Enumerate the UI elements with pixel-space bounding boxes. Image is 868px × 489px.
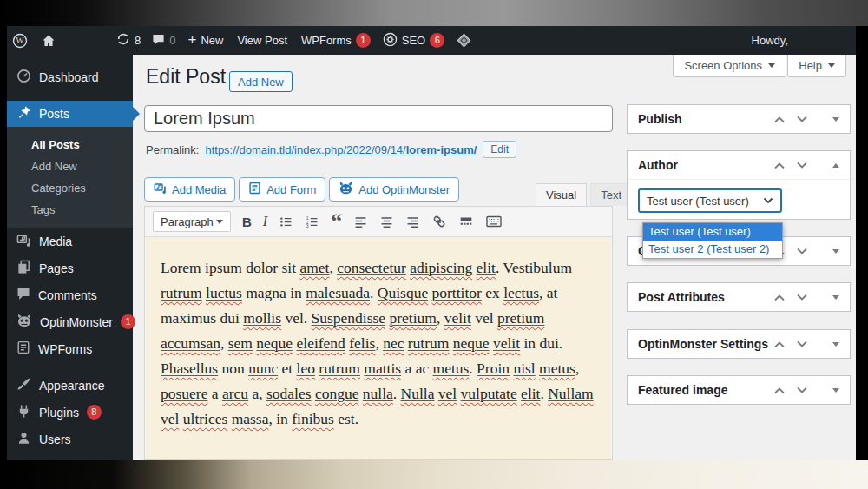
permalink-link[interactable]: https://domain.tld/index.php/2022/09/14/… bbox=[205, 143, 477, 156]
sidebar-item-appearance[interactable]: Appearance bbox=[7, 372, 133, 399]
submenu-add-new[interactable]: Add New bbox=[7, 155, 133, 177]
collapse-toggle-icon[interactable] bbox=[832, 388, 839, 393]
seo-adminbar-menu[interactable]: SEO 6 bbox=[383, 32, 444, 50]
editor-toolbar: Paragraph B I 123 “ bbox=[145, 207, 612, 237]
sidebar-item-posts[interactable]: Posts bbox=[7, 101, 133, 127]
bullet-list-button[interactable] bbox=[279, 215, 293, 229]
collapse-toggle-icon[interactable] bbox=[832, 163, 839, 168]
misspelled-word: accumsan bbox=[161, 334, 220, 352]
add-new-post-button[interactable]: Add New bbox=[229, 71, 293, 92]
toolbar-toggle-button[interactable] bbox=[485, 213, 503, 230]
misspelled-word: arcu bbox=[222, 385, 248, 402]
add-media-icon bbox=[154, 182, 167, 197]
insert-link-button[interactable] bbox=[431, 214, 447, 229]
author-option[interactable]: Test user 2 (Test user 2) bbox=[643, 241, 782, 258]
help-button[interactable]: Help bbox=[787, 55, 846, 77]
submenu-categories[interactable]: Categories bbox=[7, 177, 133, 199]
move-down-icon[interactable] bbox=[796, 387, 808, 394]
sidebar-item-comments[interactable]: Comments bbox=[7, 281, 133, 308]
screen-options-button[interactable]: Screen Options bbox=[673, 55, 786, 77]
move-down-icon[interactable] bbox=[796, 294, 808, 301]
read-more-tag-button[interactable] bbox=[458, 214, 474, 229]
move-up-icon[interactable] bbox=[773, 162, 786, 169]
move-down-icon[interactable] bbox=[796, 162, 808, 169]
align-left-button[interactable] bbox=[353, 215, 368, 229]
misspelled-word: ultrices bbox=[183, 410, 228, 427]
move-up-icon[interactable] bbox=[773, 340, 786, 348]
optinmonster-icon bbox=[16, 313, 32, 331]
view-post-link[interactable]: View Post bbox=[237, 34, 287, 47]
submenu-tags[interactable]: Tags bbox=[7, 199, 133, 221]
misspelled-word: rutrum bbox=[408, 334, 450, 352]
author-select-value: Test user (Test user) bbox=[647, 195, 749, 208]
comments-menu[interactable]: 0 bbox=[152, 33, 175, 49]
sidebar-item-wpforms[interactable]: WPForms bbox=[7, 335, 133, 362]
new-menu[interactable]: + New bbox=[187, 34, 223, 47]
sidebar-item-plugins[interactable]: Plugins 8 bbox=[7, 399, 133, 426]
move-up-icon[interactable] bbox=[773, 116, 786, 123]
collapse-toggle-icon[interactable] bbox=[832, 117, 839, 122]
sidebar-item-dashboard[interactable]: Dashboard bbox=[7, 63, 133, 90]
updates-menu[interactable]: 8 bbox=[116, 32, 141, 49]
editor-body[interactable]: Lorem ipsum dolor sit amet, consectetur … bbox=[146, 237, 611, 459]
collapse-toggle-icon[interactable] bbox=[832, 249, 839, 254]
numbered-list-button[interactable]: 123 bbox=[305, 215, 319, 229]
wordpress-admin-screen: W 8 0 + New View Post bbox=[7, 26, 856, 460]
chevron-down-icon bbox=[768, 63, 775, 68]
dashboard-icon bbox=[16, 69, 31, 86]
align-right-button[interactable] bbox=[405, 215, 420, 229]
collapse-toggle-icon[interactable] bbox=[832, 342, 839, 347]
move-down-icon[interactable] bbox=[796, 248, 808, 255]
pages-icon bbox=[16, 260, 31, 277]
blockquote-button[interactable]: “ bbox=[331, 215, 342, 228]
admin-bar: W 8 0 + New View Post bbox=[7, 26, 856, 55]
post-title-input[interactable] bbox=[144, 105, 613, 132]
sidebar-item-optinmonster[interactable]: OptinMonster 1 bbox=[7, 308, 133, 335]
code-snippet-diamond-icon[interactable] bbox=[456, 32, 472, 49]
italic-button[interactable]: I bbox=[263, 214, 267, 229]
misspelled-word: Nulla bbox=[401, 385, 435, 402]
editor-mode-tabs: Visual Text bbox=[536, 183, 632, 206]
plug-icon bbox=[16, 404, 31, 421]
misspelled-word: elit bbox=[477, 259, 496, 276]
author-select[interactable]: Test user (Test user) bbox=[638, 188, 782, 213]
post-attributes-panel: Post Attributes bbox=[627, 282, 851, 312]
home-icon[interactable] bbox=[42, 34, 56, 48]
paragraph-format-dropdown[interactable]: Paragraph bbox=[153, 211, 231, 232]
author-option-selected[interactable]: Test user (Test user) bbox=[643, 223, 782, 241]
publish-panel: Publish bbox=[627, 104, 851, 134]
align-center-button[interactable] bbox=[379, 215, 394, 229]
edit-permalink-button[interactable]: Edit bbox=[483, 141, 516, 158]
sidebar-item-users[interactable]: Users bbox=[7, 426, 133, 453]
add-optinmonster-button[interactable]: Add OptinMonster bbox=[329, 177, 459, 202]
howdy-greeting[interactable]: Howdy, bbox=[752, 34, 788, 47]
plugins-badge: 8 bbox=[87, 405, 102, 420]
wpforms-adminbar-menu[interactable]: WPForms 1 bbox=[301, 33, 371, 48]
tab-visual[interactable]: Visual bbox=[536, 183, 587, 206]
misspelled-word: nunc bbox=[248, 360, 278, 377]
media-icon bbox=[16, 233, 31, 250]
svg-text:3: 3 bbox=[306, 222, 309, 228]
sidebar-item-media[interactable]: Media bbox=[7, 228, 133, 254]
collapse-toggle-icon[interactable] bbox=[832, 295, 839, 300]
misspelled-word: neque bbox=[256, 334, 293, 352]
updates-count: 8 bbox=[135, 34, 141, 47]
move-down-icon[interactable] bbox=[796, 116, 808, 123]
add-form-button[interactable]: Add Form bbox=[239, 177, 326, 202]
move-up-icon[interactable] bbox=[773, 387, 786, 394]
sidebar-item-pages[interactable]: Pages bbox=[7, 254, 133, 281]
bold-button[interactable]: B bbox=[242, 215, 252, 229]
misspelled-word: rutrum bbox=[161, 284, 202, 301]
misspelled-word: velit bbox=[444, 309, 471, 327]
misspelled-word: congue bbox=[315, 385, 359, 402]
tab-text[interactable]: Text bbox=[590, 183, 632, 206]
wordpress-logo-icon[interactable]: W bbox=[12, 33, 28, 49]
move-down-icon[interactable] bbox=[796, 340, 808, 348]
move-up-icon[interactable] bbox=[773, 294, 786, 301]
comments-icon bbox=[16, 287, 30, 303]
classic-editor: Paragraph B I 123 “ bbox=[144, 206, 613, 460]
submenu-all-posts[interactable]: All Posts bbox=[7, 134, 133, 155]
misspelled-word: amet bbox=[299, 259, 329, 276]
comment-bubble-icon bbox=[152, 33, 165, 49]
add-media-button[interactable]: Add Media bbox=[144, 177, 235, 202]
